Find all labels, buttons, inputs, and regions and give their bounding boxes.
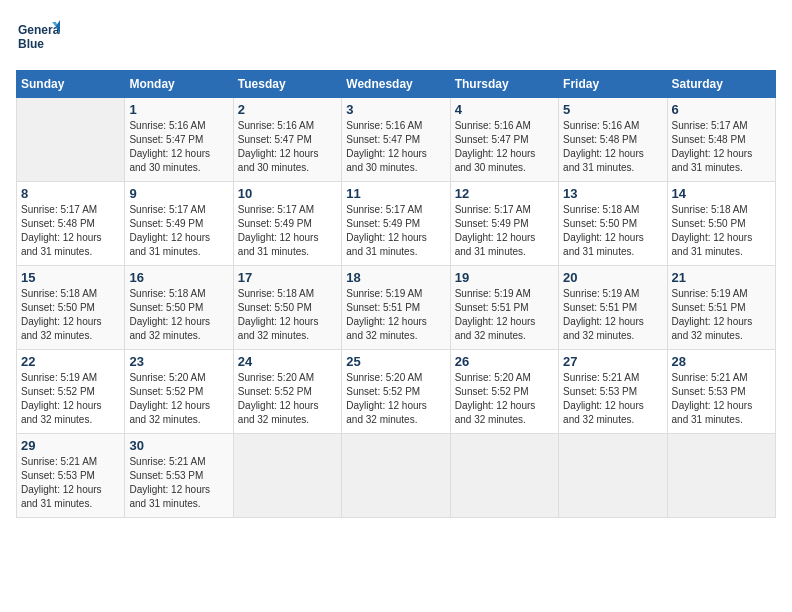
column-header-friday: Friday — [559, 71, 667, 98]
column-header-tuesday: Tuesday — [233, 71, 341, 98]
calendar-cell — [667, 434, 775, 518]
day-info: Sunrise: 5:18 AM Sunset: 5:50 PM Dayligh… — [672, 203, 771, 259]
day-number: 5 — [563, 102, 662, 117]
calendar-cell: 11 Sunrise: 5:17 AM Sunset: 5:49 PM Dayl… — [342, 182, 450, 266]
day-info: Sunrise: 5:20 AM Sunset: 5:52 PM Dayligh… — [238, 371, 337, 427]
week-row-5: 29 Sunrise: 5:21 AM Sunset: 5:53 PM Dayl… — [17, 434, 776, 518]
calendar-cell: 9 Sunrise: 5:17 AM Sunset: 5:49 PM Dayli… — [125, 182, 233, 266]
column-header-saturday: Saturday — [667, 71, 775, 98]
calendar-cell: 12 Sunrise: 5:17 AM Sunset: 5:49 PM Dayl… — [450, 182, 558, 266]
calendar-cell: 21 Sunrise: 5:19 AM Sunset: 5:51 PM Dayl… — [667, 266, 775, 350]
calendar-cell: 19 Sunrise: 5:19 AM Sunset: 5:51 PM Dayl… — [450, 266, 558, 350]
day-number: 22 — [21, 354, 120, 369]
day-number: 29 — [21, 438, 120, 453]
day-info: Sunrise: 5:21 AM Sunset: 5:53 PM Dayligh… — [563, 371, 662, 427]
day-info: Sunrise: 5:19 AM Sunset: 5:51 PM Dayligh… — [563, 287, 662, 343]
day-number: 4 — [455, 102, 554, 117]
calendar-cell: 3 Sunrise: 5:16 AM Sunset: 5:47 PM Dayli… — [342, 98, 450, 182]
day-info: Sunrise: 5:19 AM Sunset: 5:51 PM Dayligh… — [672, 287, 771, 343]
calendar-cell: 20 Sunrise: 5:19 AM Sunset: 5:51 PM Dayl… — [559, 266, 667, 350]
day-number: 10 — [238, 186, 337, 201]
day-info: Sunrise: 5:20 AM Sunset: 5:52 PM Dayligh… — [346, 371, 445, 427]
day-number: 8 — [21, 186, 120, 201]
calendar-cell: 29 Sunrise: 5:21 AM Sunset: 5:53 PM Dayl… — [17, 434, 125, 518]
day-number: 26 — [455, 354, 554, 369]
calendar-cell: 13 Sunrise: 5:18 AM Sunset: 5:50 PM Dayl… — [559, 182, 667, 266]
day-number: 6 — [672, 102, 771, 117]
day-number: 28 — [672, 354, 771, 369]
day-info: Sunrise: 5:19 AM Sunset: 5:51 PM Dayligh… — [346, 287, 445, 343]
day-info: Sunrise: 5:17 AM Sunset: 5:48 PM Dayligh… — [672, 119, 771, 175]
day-info: Sunrise: 5:17 AM Sunset: 5:49 PM Dayligh… — [129, 203, 228, 259]
calendar-cell: 27 Sunrise: 5:21 AM Sunset: 5:53 PM Dayl… — [559, 350, 667, 434]
day-info: Sunrise: 5:17 AM Sunset: 5:49 PM Dayligh… — [238, 203, 337, 259]
day-number: 12 — [455, 186, 554, 201]
calendar-cell — [450, 434, 558, 518]
day-info: Sunrise: 5:17 AM Sunset: 5:49 PM Dayligh… — [455, 203, 554, 259]
day-number: 20 — [563, 270, 662, 285]
day-number: 15 — [21, 270, 120, 285]
calendar-cell: 23 Sunrise: 5:20 AM Sunset: 5:52 PM Dayl… — [125, 350, 233, 434]
calendar-cell: 5 Sunrise: 5:16 AM Sunset: 5:48 PM Dayli… — [559, 98, 667, 182]
calendar-cell: 24 Sunrise: 5:20 AM Sunset: 5:52 PM Dayl… — [233, 350, 341, 434]
day-info: Sunrise: 5:19 AM Sunset: 5:52 PM Dayligh… — [21, 371, 120, 427]
day-info: Sunrise: 5:16 AM Sunset: 5:47 PM Dayligh… — [238, 119, 337, 175]
calendar-table: SundayMondayTuesdayWednesdayThursdayFrid… — [16, 70, 776, 518]
calendar-cell: 22 Sunrise: 5:19 AM Sunset: 5:52 PM Dayl… — [17, 350, 125, 434]
day-info: Sunrise: 5:17 AM Sunset: 5:48 PM Dayligh… — [21, 203, 120, 259]
day-info: Sunrise: 5:21 AM Sunset: 5:53 PM Dayligh… — [129, 455, 228, 511]
day-number: 24 — [238, 354, 337, 369]
calendar-cell — [559, 434, 667, 518]
column-header-wednesday: Wednesday — [342, 71, 450, 98]
calendar-cell — [342, 434, 450, 518]
day-info: Sunrise: 5:21 AM Sunset: 5:53 PM Dayligh… — [21, 455, 120, 511]
calendar-cell: 10 Sunrise: 5:17 AM Sunset: 5:49 PM Dayl… — [233, 182, 341, 266]
day-number: 13 — [563, 186, 662, 201]
day-info: Sunrise: 5:21 AM Sunset: 5:53 PM Dayligh… — [672, 371, 771, 427]
column-header-monday: Monday — [125, 71, 233, 98]
day-info: Sunrise: 5:20 AM Sunset: 5:52 PM Dayligh… — [129, 371, 228, 427]
calendar-cell — [17, 98, 125, 182]
week-row-4: 22 Sunrise: 5:19 AM Sunset: 5:52 PM Dayl… — [17, 350, 776, 434]
calendar-cell: 26 Sunrise: 5:20 AM Sunset: 5:52 PM Dayl… — [450, 350, 558, 434]
day-info: Sunrise: 5:20 AM Sunset: 5:52 PM Dayligh… — [455, 371, 554, 427]
day-number: 30 — [129, 438, 228, 453]
calendar-cell: 17 Sunrise: 5:18 AM Sunset: 5:50 PM Dayl… — [233, 266, 341, 350]
day-number: 14 — [672, 186, 771, 201]
day-number: 23 — [129, 354, 228, 369]
logo-icon: General Blue — [16, 16, 60, 60]
day-number: 2 — [238, 102, 337, 117]
svg-text:General: General — [18, 23, 60, 37]
column-header-sunday: Sunday — [17, 71, 125, 98]
calendar-cell — [233, 434, 341, 518]
week-row-1: 1 Sunrise: 5:16 AM Sunset: 5:47 PM Dayli… — [17, 98, 776, 182]
day-number: 21 — [672, 270, 771, 285]
calendar-cell: 4 Sunrise: 5:16 AM Sunset: 5:47 PM Dayli… — [450, 98, 558, 182]
day-info: Sunrise: 5:17 AM Sunset: 5:49 PM Dayligh… — [346, 203, 445, 259]
logo: General Blue — [16, 16, 60, 60]
day-number: 1 — [129, 102, 228, 117]
calendar-cell: 1 Sunrise: 5:16 AM Sunset: 5:47 PM Dayli… — [125, 98, 233, 182]
calendar-cell: 28 Sunrise: 5:21 AM Sunset: 5:53 PM Dayl… — [667, 350, 775, 434]
page-header: General Blue — [16, 16, 776, 60]
day-info: Sunrise: 5:18 AM Sunset: 5:50 PM Dayligh… — [563, 203, 662, 259]
svg-text:Blue: Blue — [18, 37, 44, 51]
day-number: 11 — [346, 186, 445, 201]
calendar-cell: 2 Sunrise: 5:16 AM Sunset: 5:47 PM Dayli… — [233, 98, 341, 182]
week-row-2: 8 Sunrise: 5:17 AM Sunset: 5:48 PM Dayli… — [17, 182, 776, 266]
day-info: Sunrise: 5:19 AM Sunset: 5:51 PM Dayligh… — [455, 287, 554, 343]
calendar-cell: 18 Sunrise: 5:19 AM Sunset: 5:51 PM Dayl… — [342, 266, 450, 350]
day-info: Sunrise: 5:16 AM Sunset: 5:48 PM Dayligh… — [563, 119, 662, 175]
day-info: Sunrise: 5:18 AM Sunset: 5:50 PM Dayligh… — [238, 287, 337, 343]
day-info: Sunrise: 5:16 AM Sunset: 5:47 PM Dayligh… — [455, 119, 554, 175]
day-number: 19 — [455, 270, 554, 285]
calendar-cell: 14 Sunrise: 5:18 AM Sunset: 5:50 PM Dayl… — [667, 182, 775, 266]
day-number: 9 — [129, 186, 228, 201]
calendar-header-row: SundayMondayTuesdayWednesdayThursdayFrid… — [17, 71, 776, 98]
calendar-cell: 16 Sunrise: 5:18 AM Sunset: 5:50 PM Dayl… — [125, 266, 233, 350]
day-number: 25 — [346, 354, 445, 369]
day-info: Sunrise: 5:18 AM Sunset: 5:50 PM Dayligh… — [21, 287, 120, 343]
day-info: Sunrise: 5:18 AM Sunset: 5:50 PM Dayligh… — [129, 287, 228, 343]
day-number: 18 — [346, 270, 445, 285]
day-number: 3 — [346, 102, 445, 117]
